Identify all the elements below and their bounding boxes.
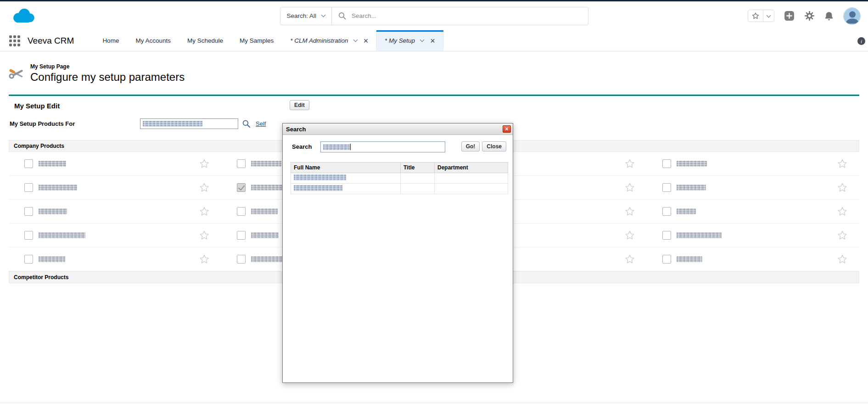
favorite-star-icon[interactable] bbox=[625, 183, 635, 192]
product-checkbox[interactable] bbox=[24, 231, 33, 240]
chevron-down-icon bbox=[321, 13, 326, 17]
product-checkbox[interactable] bbox=[237, 255, 246, 264]
add-plus-icon[interactable] bbox=[784, 10, 795, 22]
result-full-name-cell bbox=[291, 173, 401, 184]
favorite-star-icon[interactable] bbox=[837, 183, 847, 192]
modal-search-input[interactable] bbox=[320, 141, 445, 152]
results-header-row: Full Name Title Department bbox=[291, 163, 508, 173]
favorite-star-icon[interactable] bbox=[199, 159, 209, 168]
column-full-name[interactable]: Full Name bbox=[291, 163, 401, 173]
product-checkbox[interactable] bbox=[24, 159, 33, 168]
result-row[interactable] bbox=[291, 173, 508, 184]
footer-divider bbox=[0, 403, 868, 403]
favorite-star-icon[interactable] bbox=[199, 254, 209, 264]
close-button[interactable]: Close bbox=[482, 141, 506, 152]
favorite-star-icon[interactable] bbox=[625, 254, 635, 264]
product-checkbox[interactable] bbox=[24, 183, 33, 192]
products-for-value-redacted bbox=[143, 121, 202, 127]
page-header: My Setup Page Configure my setup paramet… bbox=[8, 63, 868, 84]
product-checkbox[interactable] bbox=[24, 255, 33, 264]
column-title[interactable]: Title bbox=[401, 163, 435, 173]
product-checkbox[interactable] bbox=[24, 207, 33, 216]
column-department[interactable]: Department bbox=[435, 163, 508, 173]
chevron-down-icon[interactable] bbox=[353, 38, 358, 42]
product-checkbox[interactable] bbox=[662, 159, 671, 168]
results-table: Full Name Title Department bbox=[291, 162, 508, 194]
result-name-redacted bbox=[294, 174, 346, 180]
nav-tab-my-samples[interactable]: My Samples bbox=[231, 30, 282, 51]
product-cell bbox=[647, 247, 859, 271]
global-search-input[interactable] bbox=[352, 12, 581, 19]
favorite-star-icon[interactable] bbox=[199, 183, 209, 192]
nav-tab-label: Home bbox=[102, 37, 119, 44]
product-name-redacted bbox=[677, 185, 706, 191]
favorite-star-icon[interactable] bbox=[625, 230, 635, 240]
nav-tab-my-schedule[interactable]: My Schedule bbox=[179, 30, 231, 51]
product-cell bbox=[9, 247, 221, 271]
product-checkbox[interactable] bbox=[237, 231, 246, 240]
search-scope-label: Search: All bbox=[287, 12, 317, 19]
favorite-star-icon[interactable] bbox=[837, 254, 847, 264]
products-for-input[interactable] bbox=[140, 118, 238, 129]
product-cell bbox=[9, 200, 221, 223]
favorite-star-icon[interactable] bbox=[837, 207, 847, 216]
go-button[interactable]: Go! bbox=[461, 141, 480, 152]
product-name-redacted bbox=[39, 256, 65, 262]
product-name-redacted bbox=[251, 185, 285, 191]
self-link[interactable]: Self bbox=[256, 120, 266, 127]
panel-title: My Setup Edit bbox=[14, 102, 60, 110]
product-cell bbox=[9, 152, 221, 175]
nav-tab-my-accounts[interactable]: My Accounts bbox=[127, 30, 179, 51]
product-checkbox[interactable] bbox=[237, 183, 246, 192]
nav-tab-home[interactable]: Home bbox=[94, 30, 127, 51]
product-cell bbox=[9, 224, 221, 247]
favorites-star-icon[interactable] bbox=[748, 10, 763, 22]
nav-tab-my-setup[interactable]: * My Setup× bbox=[376, 30, 443, 51]
close-icon[interactable]: × bbox=[364, 37, 369, 45]
product-checkbox[interactable] bbox=[237, 159, 246, 168]
product-name-redacted bbox=[39, 185, 77, 191]
notifications-bell-icon[interactable] bbox=[824, 11, 834, 22]
product-name-redacted bbox=[251, 161, 281, 167]
setup-gear-icon[interactable] bbox=[804, 11, 815, 21]
info-icon[interactable]: i bbox=[857, 37, 865, 45]
product-name-redacted bbox=[251, 232, 279, 238]
product-checkbox[interactable] bbox=[662, 207, 671, 216]
product-checkbox[interactable] bbox=[662, 255, 671, 264]
tab-bar: Veeva CRM HomeMy AccountsMy ScheduleMy S… bbox=[0, 30, 868, 51]
product-name-redacted bbox=[677, 256, 702, 262]
chevron-down-icon[interactable] bbox=[420, 38, 425, 42]
close-icon[interactable]: × bbox=[430, 37, 435, 45]
result-department-cell bbox=[435, 184, 508, 194]
search-box bbox=[332, 12, 588, 20]
product-checkbox[interactable] bbox=[662, 231, 671, 240]
favorite-star-icon[interactable] bbox=[837, 159, 847, 168]
product-name-redacted bbox=[251, 256, 285, 262]
favorite-star-icon[interactable] bbox=[199, 230, 209, 240]
app-launcher-icon[interactable] bbox=[9, 35, 20, 46]
user-avatar[interactable] bbox=[843, 7, 861, 25]
favorite-star-icon[interactable] bbox=[199, 207, 209, 216]
result-row[interactable] bbox=[291, 184, 508, 194]
search-scope-selector[interactable]: Search: All bbox=[280, 7, 332, 25]
favorites-menu-button[interactable] bbox=[763, 10, 774, 22]
favorite-star-icon[interactable] bbox=[625, 159, 635, 168]
nav-tab-label: My Accounts bbox=[135, 37, 171, 44]
global-search: Search: All bbox=[280, 7, 588, 25]
edit-button[interactable]: Edit bbox=[290, 100, 309, 110]
products-for-label: My Setup Products For bbox=[10, 120, 75, 127]
modal-title-bar[interactable]: Search × bbox=[283, 124, 513, 135]
nav-tab-label: My Samples bbox=[240, 37, 274, 44]
product-checkbox[interactable] bbox=[662, 183, 671, 192]
panel-header: My Setup Edit Edit bbox=[9, 96, 859, 115]
nav-tab-clm-administration[interactable]: * CLM Administration× bbox=[282, 30, 376, 51]
modal-close-icon[interactable]: × bbox=[503, 125, 511, 133]
favorite-star-icon[interactable] bbox=[837, 230, 847, 240]
result-name-redacted bbox=[294, 185, 342, 191]
favorite-star-icon[interactable] bbox=[625, 207, 635, 216]
lookup-magnifier-icon[interactable] bbox=[242, 119, 251, 128]
modal-buttons: Go! Close bbox=[461, 141, 506, 152]
modal-search-value-redacted bbox=[323, 144, 350, 150]
product-checkbox[interactable] bbox=[237, 207, 246, 216]
nav-tabs: HomeMy AccountsMy ScheduleMy Samples* CL… bbox=[94, 30, 443, 51]
